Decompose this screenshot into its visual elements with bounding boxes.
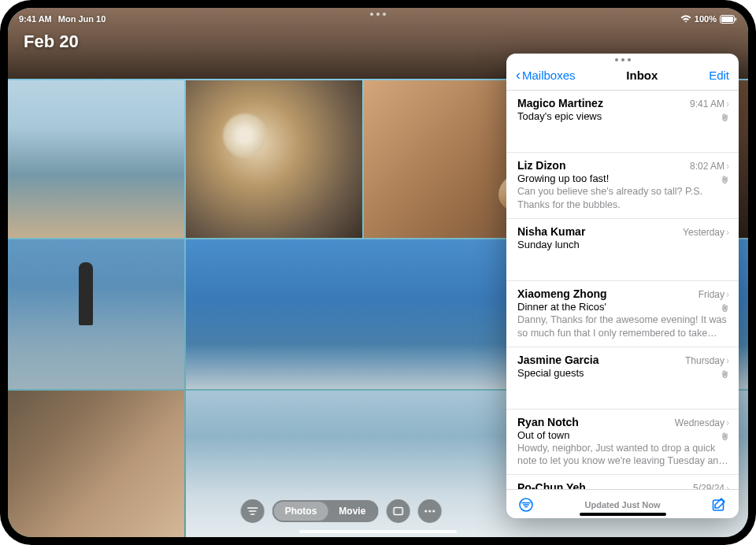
chevron-right-icon: › [726, 161, 729, 172]
battery-icon [720, 15, 737, 24]
chevron-right-icon: › [726, 98, 729, 109]
mail-multitask-dots[interactable] [506, 54, 739, 63]
filter-button[interactable] [241, 499, 265, 523]
mail-sender: Ryan Notch [517, 416, 579, 428]
photo-thumbnail[interactable] [186, 80, 362, 238]
svg-rect-3 [394, 508, 402, 515]
view-toggle: Photos Movie [272, 500, 379, 522]
mail-sender: Nisha Kumar [517, 225, 585, 238]
photo-thumbnail[interactable] [8, 239, 184, 389]
mail-slideover: ‹ Mailboxes Inbox Edit Magico Martinez9:… [506, 54, 739, 518]
inbox-title: Inbox [626, 69, 658, 82]
attachment-icon [721, 432, 729, 441]
mail-item[interactable]: Ryan NotchWednesday›Out of townHowdy, ne… [506, 410, 739, 476]
attachment-icon [721, 369, 729, 379]
attachment-icon [721, 113, 729, 122]
chevron-left-icon: ‹ [516, 68, 521, 82]
status-time: 9:41 AM [19, 14, 52, 24]
wifi-icon [680, 15, 691, 23]
device-frame: 9:41 AM Mon Jun 10 100% [0, 0, 756, 545]
mail-sender: Liz Dizon [517, 159, 565, 172]
aspect-button[interactable] [386, 499, 410, 523]
svg-point-4 [424, 510, 427, 513]
attachment-icon [721, 175, 729, 184]
mail-subject: Growing up too fast! [517, 172, 729, 184]
svg-rect-2 [736, 17, 737, 20]
mail-time: Wednesday› [675, 417, 729, 428]
mail-preview: Howdy, neighbor, Just wanted to drop a q… [517, 442, 729, 469]
mail-time: 9:41 AM› [690, 98, 729, 109]
mail-time: Thursday› [685, 355, 729, 366]
mail-home-indicator[interactable] [580, 513, 666, 516]
back-label: Mailboxes [522, 69, 576, 82]
edit-button[interactable]: Edit [709, 69, 729, 82]
photos-tab[interactable]: Photos [274, 502, 328, 521]
mail-item[interactable]: Xiaomeng ZhongFriday›Dinner at the Ricos… [506, 281, 739, 347]
mail-item[interactable]: Magico Martinez9:41 AM›Today's epic view… [506, 91, 739, 153]
mailboxes-back-button[interactable]: ‹ Mailboxes [516, 68, 576, 82]
mail-item[interactable]: Jasmine GarciaThursday›Special guests [506, 347, 739, 410]
mail-sender: Jasmine Garcia [517, 354, 599, 366]
mail-sender: Magico Martinez [517, 97, 603, 109]
chevron-right-icon: › [726, 417, 729, 428]
mail-preview: Can you believe she's already so tall? P… [517, 185, 729, 212]
svg-point-5 [428, 510, 431, 513]
status-date: Mon Jun 10 [58, 14, 106, 24]
mail-footer: Updated Just Now [506, 489, 739, 518]
screen: 9:41 AM Mon Jun 10 100% [8, 8, 748, 537]
svg-point-6 [432, 510, 435, 513]
photos-toolbar: Photos Movie [241, 499, 442, 523]
attachment-icon [721, 303, 729, 313]
mail-sender: Xiaomeng Zhong [517, 287, 607, 300]
status-bar: 9:41 AM Mon Jun 10 100% [8, 8, 748, 27]
chevron-right-icon: › [726, 289, 729, 300]
movie-tab[interactable]: Movie [328, 502, 376, 521]
svg-rect-1 [721, 17, 733, 22]
more-button[interactable] [417, 499, 441, 523]
mail-header: ‹ Mailboxes Inbox Edit [506, 63, 739, 91]
chevron-right-icon: › [726, 483, 729, 489]
mail-subject: Today's epic views [517, 110, 729, 122]
filter-mail-button[interactable] [517, 496, 535, 513]
mail-preview: Danny, Thanks for the awesome evening! I… [517, 313, 729, 340]
mail-list[interactable]: Magico Martinez9:41 AM›Today's epic view… [506, 91, 739, 489]
mail-item[interactable]: Nisha KumarYesterday›Sunday lunch [506, 219, 739, 281]
mail-sender: Po-Chun Yeh [517, 481, 586, 489]
home-indicator[interactable] [299, 530, 457, 533]
mail-time: Yesterday› [683, 227, 729, 238]
battery-percent: 100% [695, 14, 717, 24]
photo-thumbnail[interactable] [8, 391, 184, 537]
chevron-right-icon: › [726, 355, 729, 366]
photo-thumbnail[interactable] [8, 80, 184, 238]
mail-subject: Sunday lunch [517, 239, 729, 250]
mail-item[interactable]: Po-Chun Yeh5/29/24›Lunch call? [506, 475, 739, 489]
date-label: Feb 20 [24, 32, 79, 52]
mail-time: 5/29/24› [693, 483, 729, 489]
chevron-right-icon: › [726, 227, 729, 238]
mail-subject: Dinner at the Ricos' [517, 301, 729, 313]
compose-button[interactable] [710, 496, 728, 513]
mail-subject: Out of town [517, 429, 729, 441]
mail-item[interactable]: Liz Dizon8:02 AM›Growing up too fast!Can… [506, 153, 739, 219]
mail-time: 8:02 AM› [690, 161, 729, 172]
mail-time: Friday› [699, 289, 729, 300]
mail-status: Updated Just Now [585, 500, 661, 510]
mail-subject: Special guests [517, 367, 729, 379]
